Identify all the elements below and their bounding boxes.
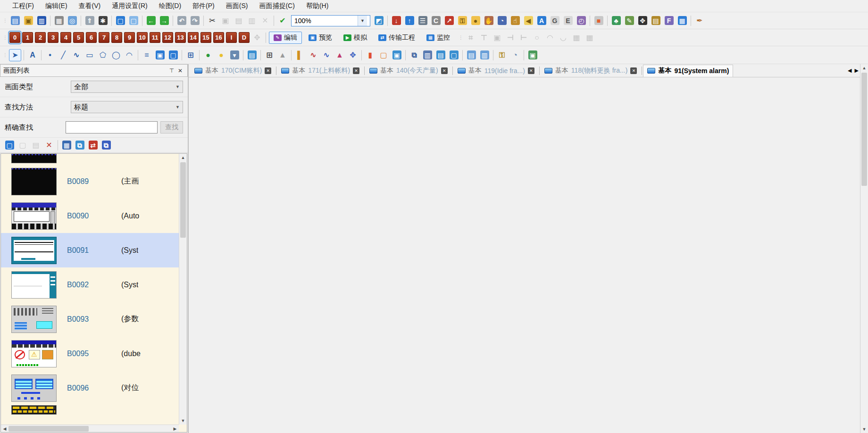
align-left-icon[interactable]: ⊣ — [504, 32, 517, 44]
line-tool-icon[interactable]: ╱ — [57, 49, 69, 61]
library2-icon[interactable]: ▥ — [478, 49, 491, 61]
front-pages-icon[interactable]: F — [663, 15, 675, 27]
data-browser-icon[interactable]: ◔ — [496, 15, 508, 27]
list-item-B0096[interactable]: B0096(对位 — [1, 371, 179, 405]
scrollbar-thumb[interactable] — [180, 162, 186, 238]
table-part-icon[interactable]: ⊞ — [184, 49, 197, 61]
undo-icon[interactable]: ↶ — [175, 15, 188, 27]
align-right-icon[interactable]: ⊢ — [517, 32, 530, 44]
scroll-up-icon[interactable]: ▲ — [860, 64, 868, 72]
list-item-B0089[interactable]: B0089(主画 — [1, 164, 179, 199]
statistics-graph-icon[interactable]: ▲ — [334, 49, 346, 61]
screen-button-10[interactable]: 10 — [137, 32, 148, 43]
global-label-g-icon[interactable]: G — [549, 15, 561, 27]
mode-preview[interactable]: ▣预览 — [304, 32, 337, 44]
tab-close-icon[interactable]: ✕ — [528, 67, 534, 74]
scrollbar-thumb[interactable] — [8, 426, 89, 432]
tab-close-icon[interactable]: ✕ — [630, 67, 637, 74]
paste-screen-icon[interactable]: ▤ — [30, 139, 42, 151]
fit-screen-icon[interactable]: ◩ — [373, 15, 385, 27]
next-screen-icon[interactable]: → — [158, 15, 170, 27]
toolbar-grip[interactable]: ⋮ — [3, 35, 7, 40]
date-part-icon[interactable]: ▤ — [246, 49, 258, 61]
menu-item[interactable]: 帮助(H) — [300, 0, 334, 12]
menu-item[interactable]: 画面(S) — [220, 0, 254, 12]
screen-button-8[interactable]: 8 — [111, 32, 122, 43]
screen-button-D[interactable]: D — [239, 32, 250, 43]
close-icon[interactable]: ✕ — [176, 67, 184, 75]
parts-library-icon[interactable]: ▤ — [650, 15, 662, 27]
scroll-down-icon[interactable]: ▼ — [860, 425, 868, 433]
paste-special-icon[interactable]: ▥ — [246, 15, 258, 27]
tab-close-icon[interactable]: ✕ — [353, 67, 359, 74]
recipe-view-icon[interactable]: ▤ — [434, 49, 447, 61]
numeric-grid-icon[interactable]: ⊞ — [263, 49, 275, 61]
open-project-icon[interactable]: ▣ — [22, 15, 34, 27]
navigation-icon[interactable]: ✥ — [636, 15, 649, 27]
screen-button-0[interactable]: 0 — [9, 32, 20, 43]
toolbar-grip[interactable]: ⋮ — [3, 52, 7, 58]
menu-item[interactable]: 查看(V) — [73, 0, 107, 12]
time-action-icon[interactable]: ◴ — [575, 15, 587, 27]
csv-export-icon[interactable]: C — [430, 15, 442, 27]
prev-screen-icon[interactable]: ← — [145, 15, 157, 27]
screen-button-6[interactable]: 6 — [86, 32, 97, 43]
screen-button-13[interactable]: 13 — [175, 32, 186, 43]
security-lock-icon[interactable]: ● — [469, 15, 482, 27]
pin-icon[interactable]: ⊤ — [167, 67, 176, 75]
search-button[interactable]: 查找 — [160, 121, 183, 133]
key-window-icon[interactable]: ▲ — [276, 49, 289, 61]
scroll-left-icon[interactable]: ◀ — [1, 425, 8, 433]
list-item-B0095[interactable]: B0095(dube — [1, 336, 179, 371]
screen-button-1[interactable]: 1 — [22, 32, 33, 43]
menu-item[interactable]: 画面捕捉(C) — [253, 0, 300, 12]
screen-button-7[interactable]: 7 — [99, 32, 109, 43]
tab-scroll-right-icon[interactable]: ▶ — [855, 67, 859, 74]
cut-icon[interactable]: ✂ — [206, 15, 218, 27]
new-screen-icon[interactable]: ▢ — [3, 139, 16, 151]
language-switch-icon[interactable]: A — [535, 15, 548, 27]
picture-final-icon[interactable]: ▣ — [526, 49, 539, 61]
tab-scroll-left-icon[interactable]: ◀ — [848, 67, 851, 74]
write-to-device-icon[interactable]: ↓ — [390, 15, 402, 27]
monitor-tool-icon[interactable]: ▦ — [676, 15, 688, 27]
screen-button-11[interactable]: 11 — [150, 32, 160, 43]
toolbar-grip[interactable]: ⋮ — [459, 35, 462, 40]
trend-graph-icon[interactable]: ∿ — [320, 49, 333, 61]
touch-input-icon[interactable]: ☝ — [509, 15, 521, 27]
list-horizontal-scrollbar[interactable]: ◀ ▶ — [1, 425, 179, 432]
screen-button-12[interactable]: 12 — [162, 32, 173, 43]
find-method-select[interactable]: 标题 ▼ — [71, 101, 183, 113]
list-item-B0090[interactable]: B0090(Auto — [1, 199, 179, 233]
lamp-green-icon[interactable]: ● — [202, 49, 214, 61]
menu-item[interactable]: 编辑(E) — [40, 0, 73, 12]
screen-button-2[interactable]: 2 — [35, 32, 46, 43]
zoom-dropdown-arrow[interactable]: ▼ — [358, 16, 367, 26]
mode-transfer[interactable]: ⇄传输工程 — [374, 32, 420, 44]
delete-screen-icon[interactable]: ✕ — [43, 139, 55, 151]
polyline-tool-icon[interactable]: ∿ — [70, 49, 83, 61]
transfer-doc-icon[interactable]: ↗ — [443, 15, 455, 27]
script-edit-icon[interactable]: ✎ — [623, 15, 635, 27]
key-icon[interactable]: ⚿ — [456, 15, 468, 27]
monitor-grid2-icon[interactable]: ▦ — [584, 32, 596, 44]
screen-part-icon[interactable]: ▢ — [167, 49, 179, 61]
import-icon[interactable]: ⇑ — [83, 15, 96, 27]
screen-image-icon[interactable]: ⧉ — [100, 139, 112, 151]
bar-graph-icon[interactable]: ▌ — [294, 49, 306, 61]
list-item-B0092[interactable]: B0092(Syst — [1, 267, 179, 302]
sound-icon[interactable]: ◀ — [522, 15, 534, 27]
tab-screen-140[interactable]: 基本140(今天产量)✕ — [366, 65, 451, 77]
template-icon[interactable]: ⊤ — [478, 32, 490, 44]
screen-button-I[interactable]: I — [226, 32, 237, 43]
mode-edit[interactable]: ✎编辑 — [269, 32, 302, 44]
snap-grid-icon[interactable]: ✥ — [251, 32, 263, 44]
switch-red-icon[interactable]: ▮ — [364, 49, 376, 61]
list-vertical-scrollbar[interactable]: ▲ ▼ — [179, 154, 187, 425]
mode-monitor[interactable]: ▦监控 — [422, 32, 455, 44]
pen-tool-icon[interactable]: ✒ — [693, 15, 706, 27]
text-tool-icon[interactable]: A — [26, 49, 39, 61]
lamp-bulb-icon[interactable]: ● — [215, 49, 227, 61]
error-check-icon[interactable]: ✔ — [276, 15, 289, 27]
flask-icon[interactable]: ◔ — [509, 49, 521, 61]
